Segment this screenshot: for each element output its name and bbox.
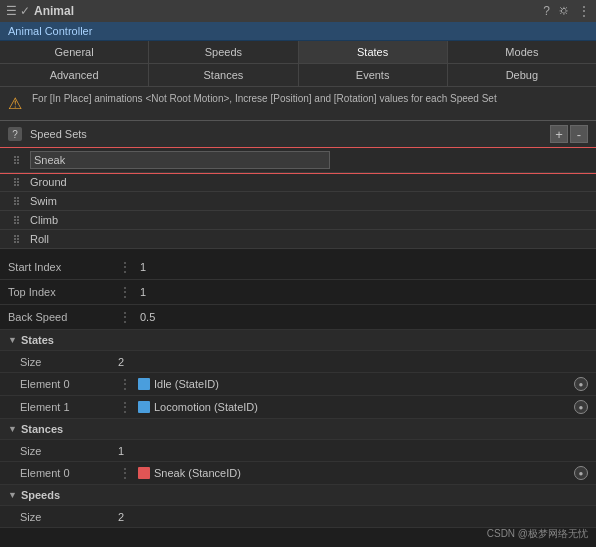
controller-label: Animal Controller bbox=[8, 25, 92, 37]
info-icon: ⚠ bbox=[8, 93, 24, 115]
roll-label: Roll bbox=[30, 233, 588, 245]
remove-speed-set-button[interactable]: - bbox=[570, 125, 588, 143]
tab-events[interactable]: Events bbox=[299, 64, 448, 86]
help-icon[interactable]: ? bbox=[543, 4, 550, 18]
stances-arrow-icon: ▼ bbox=[8, 424, 17, 434]
states-element1-value: Locomotion (StateID) bbox=[154, 401, 570, 413]
states-size-value: 2 bbox=[118, 356, 124, 368]
stances-element0-value: Sneak (StanceID) bbox=[154, 467, 570, 479]
overflow-icon[interactable]: ⋮ bbox=[578, 4, 590, 18]
stances-size-row: Size 1 bbox=[0, 440, 596, 462]
list-item-sneak[interactable] bbox=[0, 148, 596, 173]
states-element1-row: Element 1 ⋮ Locomotion (StateID) ● bbox=[0, 396, 596, 419]
top-index-label: Top Index bbox=[8, 286, 118, 298]
states-section-label: States bbox=[21, 334, 54, 346]
tab-modes[interactable]: Modes bbox=[448, 41, 596, 63]
hamburger-icon[interactable]: ☰ bbox=[6, 4, 17, 18]
stances-element0-color bbox=[138, 467, 150, 479]
speeds-size-label: Size bbox=[20, 511, 118, 523]
add-speed-set-button[interactable]: + bbox=[550, 125, 568, 143]
swim-label: Swim bbox=[30, 195, 588, 207]
speed-sets-help[interactable]: ? bbox=[8, 127, 22, 141]
stances-section-label: Stances bbox=[21, 423, 63, 435]
back-speed-label: Back Speed bbox=[8, 311, 118, 323]
back-speed-dots: ⋮ bbox=[118, 309, 132, 325]
drag-handle-ground bbox=[14, 178, 24, 186]
states-element0-value: Idle (StateID) bbox=[154, 378, 570, 390]
back-speed-value: 0.5 bbox=[140, 311, 155, 323]
states-element0-color bbox=[138, 378, 150, 390]
states-element0-label: Element 0 bbox=[20, 378, 118, 390]
states-element1-dots: ⋮ bbox=[118, 399, 132, 415]
title-bar-icons: ☰ ✓ bbox=[6, 4, 30, 18]
top-index-dots: ⋮ bbox=[118, 284, 132, 300]
states-element0-circle-button[interactable]: ● bbox=[574, 377, 588, 391]
tab-general[interactable]: General bbox=[0, 41, 149, 63]
stances-element0-circle-button[interactable]: ● bbox=[574, 466, 588, 480]
list-item-roll[interactable]: Roll bbox=[0, 230, 596, 249]
window-title: Animal bbox=[34, 4, 539, 18]
list-item-climb[interactable]: Climb bbox=[0, 211, 596, 230]
back-speed-row: Back Speed ⋮ 0.5 bbox=[0, 305, 596, 330]
stances-size-value: 1 bbox=[118, 445, 124, 457]
info-message: For [In Place] animations <Not Root Moti… bbox=[32, 92, 497, 106]
states-element1-label: Element 1 bbox=[20, 401, 118, 413]
start-index-label: Start Index bbox=[8, 261, 118, 273]
check-icon[interactable]: ✓ bbox=[20, 4, 30, 18]
stances-section-header[interactable]: ▼ Stances bbox=[0, 419, 596, 440]
speeds-size-row: Size 2 bbox=[0, 506, 596, 528]
speeds-section-label: Speeds bbox=[21, 489, 60, 501]
top-index-row: Top Index ⋮ 1 bbox=[0, 280, 596, 305]
tab-advanced[interactable]: Advanced bbox=[0, 64, 149, 86]
tab-stances[interactable]: Stances bbox=[149, 64, 298, 86]
watermark: CSDN @极梦网络无忧 bbox=[487, 527, 588, 541]
list-item-ground[interactable]: Ground bbox=[0, 173, 596, 192]
settings-icon[interactable]: ⛭ bbox=[558, 4, 570, 18]
states-section-header[interactable]: ▼ States bbox=[0, 330, 596, 351]
tab-states[interactable]: States bbox=[299, 41, 448, 63]
drag-handle-sneak bbox=[14, 156, 24, 164]
states-arrow-icon: ▼ bbox=[8, 335, 17, 345]
states-element0-dots: ⋮ bbox=[118, 376, 132, 392]
speed-sets-label: Speed Sets bbox=[30, 128, 548, 140]
drag-handle-roll bbox=[14, 235, 24, 243]
drag-handle-climb bbox=[14, 216, 24, 224]
controller-bar: Animal Controller bbox=[0, 22, 596, 41]
tab-row-1: General Speeds States Modes bbox=[0, 41, 596, 64]
top-index-value: 1 bbox=[140, 286, 146, 298]
tab-row-2: Advanced Stances Events Debug bbox=[0, 64, 596, 87]
stances-element0-row: Element 0 ⋮ Sneak (StanceID) ● bbox=[0, 462, 596, 485]
stances-size-label: Size bbox=[20, 445, 118, 457]
stances-element0-dots: ⋮ bbox=[118, 465, 132, 481]
speeds-size-value: 2 bbox=[118, 511, 124, 523]
speeds-arrow-icon: ▼ bbox=[8, 490, 17, 500]
sneak-input[interactable] bbox=[30, 151, 330, 169]
stances-element0-label: Element 0 bbox=[20, 467, 118, 479]
start-index-dots: ⋮ bbox=[118, 259, 132, 275]
tab-debug[interactable]: Debug bbox=[448, 64, 596, 86]
states-element1-circle-button[interactable]: ● bbox=[574, 400, 588, 414]
states-size-row: Size 2 bbox=[0, 351, 596, 373]
speed-sets-header: ? Speed Sets + - bbox=[0, 121, 596, 148]
ground-label: Ground bbox=[30, 176, 588, 188]
drag-handle-swim bbox=[14, 197, 24, 205]
states-element0-row: Element 0 ⋮ Idle (StateID) ● bbox=[0, 373, 596, 396]
tab-speeds[interactable]: Speeds bbox=[149, 41, 298, 63]
states-size-label: Size bbox=[20, 356, 118, 368]
list-item-swim[interactable]: Swim bbox=[0, 192, 596, 211]
title-bar-actions: ? ⛭ ⋮ bbox=[543, 4, 590, 18]
climb-label: Climb bbox=[30, 214, 588, 226]
start-index-row: Start Index ⋮ 1 bbox=[0, 255, 596, 280]
speeds-section-header[interactable]: ▼ Speeds bbox=[0, 485, 596, 506]
states-element1-color bbox=[138, 401, 150, 413]
info-bar: ⚠ For [In Place] animations <Not Root Mo… bbox=[0, 87, 596, 121]
title-bar: ☰ ✓ Animal ? ⛭ ⋮ bbox=[0, 0, 596, 22]
start-index-value: 1 bbox=[140, 261, 146, 273]
